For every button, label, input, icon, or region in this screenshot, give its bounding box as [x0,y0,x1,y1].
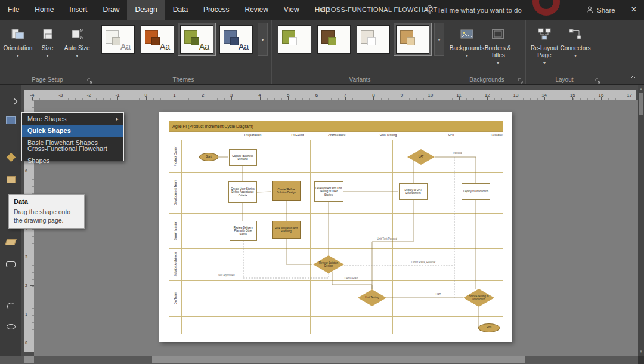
shape-risk-mitigation-and-planning[interactable]: Risk Mitigation and Planning [272,221,301,239]
tab-design[interactable]: Design [127,0,165,20]
backgrounds-button[interactable]: Backgrounds▾ [451,21,482,75]
shape-end[interactable]: End [478,323,500,332]
variant-3[interactable] [354,23,392,56]
horizontal-ruler: -4-3-2-101234567891011121314151617 [24,90,636,100]
stencil-shape-line[interactable] [0,277,21,293]
connector-label-didn-t-pass-rework: Didn't Pass, Rework [411,261,435,264]
variant-1[interactable] [275,23,314,56]
ruler-tick [402,97,402,100]
theme-olive[interactable]: Aa [178,23,216,56]
shape-capture-business-demand[interactable]: Capture Business Demand [229,149,257,166]
tab-process[interactable]: Process [196,0,237,20]
button-label: Auto Size [64,45,90,52]
tab-review[interactable]: Review [237,0,275,20]
ruler-tick [459,97,460,100]
re-layout-page-button[interactable]: Re-Layout Page▾ [529,21,560,75]
lane-label-text: Development Team [174,180,177,206]
ruler-tick [544,97,545,100]
lane-label-text: Scrum Master [174,221,177,240]
expand-shapes-panel-button[interactable] [13,97,18,107]
ruler-tick [89,97,89,100]
document-title: CROSS-FUNCTIONAL FLOWCHART [321,0,438,20]
shape-deploy-to-uat-environment[interactable]: Deploy to UAT Environment [399,183,428,200]
phase-release: Release [491,133,503,137]
ruler-tick [30,314,34,314]
borders-titles-button[interactable]: Borders & Titles▾ [482,21,513,75]
variants-more-button[interactable]: ▾ [434,23,444,56]
gallery-card: Aa [141,25,174,54]
theme-office[interactable]: Aa [99,23,137,56]
theme-orange[interactable]: Aa [138,23,177,56]
connector-label-not-approved: Not Approved [218,274,234,277]
stencil-shape-ellipse[interactable] [0,319,21,334]
ruler-number: 2 [25,283,27,288]
collapse-ribbon-button[interactable] [628,73,638,81]
size-icon [41,26,55,42]
auto-size-button[interactable]: Auto Size▾ [62,21,92,75]
vertical-scrollbar[interactable]: ▲ ▼ [638,85,644,356]
stencil-shape-parallelogram[interactable] [0,235,21,250]
stencil-shape-window[interactable] [0,112,21,128]
data-shape-tooltip: Data Drag the shape onto the drawing pag… [8,194,85,229]
variant-4[interactable] [394,23,432,56]
menu-item-cross-functional-flowchart-shapes[interactable]: Cross-Functional Flowchart Shapes [22,149,123,161]
button-label: Size [42,45,53,52]
ruler-tick [61,97,61,100]
shape-start[interactable]: Start [199,153,218,161]
theme-blue[interactable]: Aa [217,23,255,56]
gallery-card [278,25,311,54]
size-button[interactable]: Size▾ [33,21,63,75]
drawing-canvas[interactable]: Agile PI (Product Increment Cycle Diagra… [34,100,638,356]
dialog-launcher-icon[interactable] [595,76,601,82]
ruler-tick [373,97,374,100]
submenu-arrow-icon: ▸ [116,113,119,125]
dropdown-caret-icon: ▾ [466,53,468,59]
menu-item-label: More Shapes [27,113,66,125]
stencil-shape-arc[interactable] [0,298,21,314]
tab-data[interactable]: Data [165,0,196,20]
tab-insert[interactable]: Insert [61,0,95,20]
orientation-button[interactable]: Orientation▾ [3,21,33,75]
shape-deploy-to-production[interactable]: Deploy to Production [462,183,490,200]
scrollbar-corner [638,356,644,364]
scroll-down-arrow-icon[interactable]: ▼ [638,348,644,355]
shape-development-and-unit-testing-of-user-stories[interactable]: Development and Unit Testing of User Sto… [314,181,343,202]
scroll-up-arrow-icon[interactable]: ▲ [638,85,644,92]
shape-review-delivery-plan-with-other-teams[interactable]: Review Delivery Plan with Other teams [230,221,257,241]
variant-2[interactable] [315,23,353,56]
rounded-rectangle-shape-icon [6,261,16,267]
ruler-tick [572,97,573,100]
menu-item-quick-shapes[interactable]: Quick Shapes [22,125,123,137]
menu-item-more-shapes[interactable]: More Shapes▸ [22,113,123,125]
tab-view[interactable]: View [276,0,307,20]
horizontal-scroll-thumb[interactable] [152,356,525,363]
dialog-launcher-icon[interactable] [518,76,524,82]
page-setup-buttons: Orientation▾Size▾Auto Size▾ [0,20,95,77]
drawing-page[interactable]: Agile PI (Product Increment Cycle Diagra… [159,112,512,342]
tell-me-box[interactable]: Tell me what you want to do [426,0,522,20]
diagram-title-band[interactable]: Agile PI (Product Increment Cycle Diagra… [169,121,503,131]
dialog-launcher-icon[interactable] [87,76,93,82]
scrollbar-left-piece[interactable] [24,356,34,363]
share-button[interactable]: Share [586,0,615,20]
close-button[interactable]: × [624,0,644,20]
lane-scrum-master: Scrum Master [169,213,181,248]
group-variants: ▾ Variants [272,20,448,84]
color-swatch [191,37,199,45]
stencil-shape-square[interactable] [0,172,21,187]
tab-file[interactable]: File [0,0,27,20]
tab-home[interactable]: Home [27,0,61,20]
themes-more-button[interactable]: ▾ [258,23,268,56]
gallery-card [357,25,390,54]
stencil-shape-rounded-rectangle[interactable] [0,257,21,272]
dropdown-caret-icon: ▾ [497,60,499,66]
stencil-shape-diamond[interactable] [0,149,21,165]
button-label: Re-Layout Page [529,45,560,59]
vertical-scroll-thumb[interactable] [639,93,643,115]
horizontal-scrollbar[interactable] [0,356,638,364]
group-label-variants: Variants [272,76,448,83]
shape-create-user-stories-define-acceptance-criteria[interactable]: Create User Stories Define Acceptance Cr… [228,181,257,203]
tab-draw[interactable]: Draw [95,0,127,20]
connectors-button[interactable]: Connectors▾ [560,21,591,75]
shape-create-refine-solution-design[interactable]: Create/ Refine Solution Design [272,181,301,201]
